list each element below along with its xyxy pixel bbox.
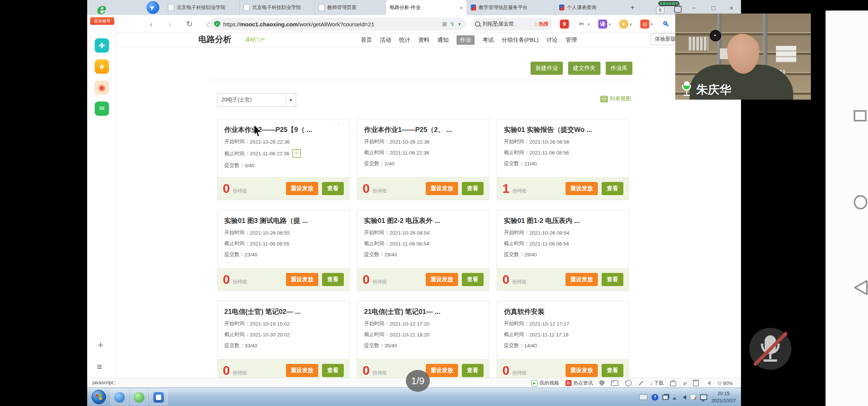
view-button[interactable]: 查看 [462,273,484,286]
course-nav-item[interactable]: 通知 [437,36,449,44]
course-nav-item[interactable]: 活动 [380,36,391,44]
view-button[interactable]: 查看 [322,364,344,377]
view-button[interactable]: 查看 [322,182,344,195]
assignment-title[interactable]: 实验01 实验报告（提交Wo ... [504,125,622,134]
edit-deadline-icon[interactable]: ✎ [292,149,301,158]
translate-icon[interactable]: 译 [598,20,607,29]
circle-shape-button[interactable] [853,195,868,210]
reset-distribute-button[interactable]: 重设发放 [426,182,458,195]
coin-caret-icon[interactable]: ▼ [629,23,633,26]
select-caret-icon[interactable]: ▼ [286,94,296,106]
sidebar-add-icon[interactable]: + [98,339,103,351]
assignment-title[interactable]: 实验01 图2-2 电压表外 ... [364,216,482,225]
course-nav-item[interactable]: 管理 [566,36,577,44]
course-nav-item[interactable]: 首页 [361,36,372,44]
lock-bag-icon[interactable] [670,381,676,386]
window-stack-icon[interactable] [662,395,668,400]
login-account-badge[interactable]: 登录账号 [90,17,114,25]
address-bar[interactable]: ✓ https://mooc1.chaoxing.com/work/getAll… [210,18,466,30]
download-button[interactable]: ↓下载 [650,380,664,386]
reset-distribute-button[interactable]: 重设发放 [426,364,458,377]
hot-news-button[interactable]: 热热点资讯 [566,380,593,386]
hot-search-label[interactable]: 热搜 [534,21,549,27]
browser-tab[interactable]: 教师管理页面 [315,0,386,15]
back-icon[interactable]: ‹ [146,19,156,29]
volume-icon[interactable] [680,395,686,400]
class-filter-select[interactable]: 20电子(士官) ▼ [217,93,296,107]
action-button[interactable]: 作业库 [606,62,632,75]
brush-icon[interactable] [638,381,643,386]
tab-close-icon[interactable]: × [460,5,463,11]
game-center-icon[interactable]: ◎ [640,20,649,29]
security-status-icon[interactable] [599,380,605,386]
url-dropdown-icon[interactable]: ▼ [458,22,461,26]
url-text[interactable]: https://mooc1.chaoxing.com/work/getAllWo… [223,21,439,27]
course-nav-item[interactable]: 资料 [418,36,429,44]
course-nav-item[interactable]: 统计 [399,36,410,44]
close-button[interactable]: × [726,4,737,13]
list-view-toggle[interactable]: 列表视图 [600,95,631,102]
browser-menu-logo-icon[interactable]: ➤ [147,1,159,14]
weibo-app-icon[interactable]: ◉ [95,80,109,95]
microphone-muted-button[interactable] [749,328,791,370]
sidebar-list-icon[interactable]: ≡ [97,362,102,372]
zoom-out-icon[interactable]: ⊖ [717,380,722,386]
reset-distribute-button[interactable]: 重设发放 [566,182,598,195]
assignment-title[interactable]: 作业本作业2——P25【9（ ... [224,125,342,134]
speed-bolt-icon[interactable]: ↯ [450,21,455,27]
window-mode-icon[interactable] [693,380,699,386]
course-portal-link[interactable]: 课程门户 [245,36,265,43]
view-button[interactable]: 查看 [322,273,344,286]
assignment-title[interactable]: 仿真软件安装 [504,307,622,316]
forward-icon[interactable]: › [165,19,175,29]
view-button[interactable]: 查看 [462,182,484,195]
assignment-title[interactable]: 21电信(士官) 笔记02— ... [224,307,342,316]
feedback-smiley-icon[interactable] [625,380,632,386]
reset-distribute-button[interactable]: 重设发放 [426,273,458,286]
translate-caret-icon[interactable]: ▼ [608,23,612,26]
network-icon[interactable] [700,394,707,400]
assignment-title[interactable]: 实验01 图1-2 电压表内 ... [504,216,622,225]
action-button[interactable]: 新建作业 [531,62,563,75]
view-button[interactable]: 查看 [602,273,623,286]
browser-tab[interactable]: 电路分析-作业× [386,0,467,15]
browser-tab[interactable]: 北京电子科技职业学院 [239,0,315,15]
browser-tab[interactable]: 个人课表查询 [555,0,623,15]
taskbar-app-3[interactable] [150,389,168,405]
mute-page-icon[interactable] [705,381,711,385]
assignment-title[interactable]: 作业本作业1——P25（2、 ... [364,125,482,134]
clip-app-icon[interactable]: 9 [560,20,569,29]
scissors-capture-icon[interactable]: ✂ [577,20,586,29]
rewards-coin-icon[interactable]: ¥ [619,20,628,29]
course-nav-item[interactable]: 作业 [457,35,475,45]
zoom-control[interactable]: ⊖90% [717,380,733,386]
card-menu-button[interactable]: · · · [333,120,345,126]
reset-distribute-button[interactable]: 重设发放 [286,364,318,377]
scissors-caret-icon[interactable]: ▼ [587,23,591,26]
action-center-flag-icon[interactable] [690,395,696,400]
downloads-basket-icon[interactable] [674,6,682,13]
presenter-video[interactable]: 朱庆华 [675,14,811,100]
square-shape-button[interactable] [853,109,867,123]
search-input[interactable]: 刘拓坠崖去世 热搜 [471,18,552,30]
refresh-icon[interactable]: ↻ [184,19,195,29]
start-button[interactable] [92,390,106,404]
reset-distribute-button[interactable]: 重设发放 [566,364,598,377]
reset-distribute-button[interactable]: 重设发放 [566,273,598,286]
input-keyboard-icon[interactable] [639,394,647,400]
browser-tab[interactable]: 教学管理信息服务平台 [467,0,555,15]
tab-count-badge[interactable]: 6 [656,6,664,14]
view-button[interactable]: 查看 [462,364,484,377]
reset-distribute-button[interactable]: 重设发放 [286,182,318,195]
my-video-button[interactable]: ▶我的视频 [531,380,559,386]
assignment-title[interactable]: 实验01 图3 测试电路（提 ... [224,216,342,225]
previous-page-button[interactable] [853,280,868,295]
game-caret-icon[interactable]: ▼ [650,23,654,26]
action-button[interactable]: 建文件夹 [568,62,600,75]
mail-app-icon[interactable]: ✉ [95,102,109,116]
tray-expand-icon[interactable] [673,395,676,400]
reset-distribute-button[interactable]: 重设发放 [286,273,318,286]
minimize-button[interactable]: − [688,4,700,13]
course-nav-item[interactable]: 分组任务(PBL) [502,36,538,44]
view-button[interactable]: 查看 [602,364,623,377]
